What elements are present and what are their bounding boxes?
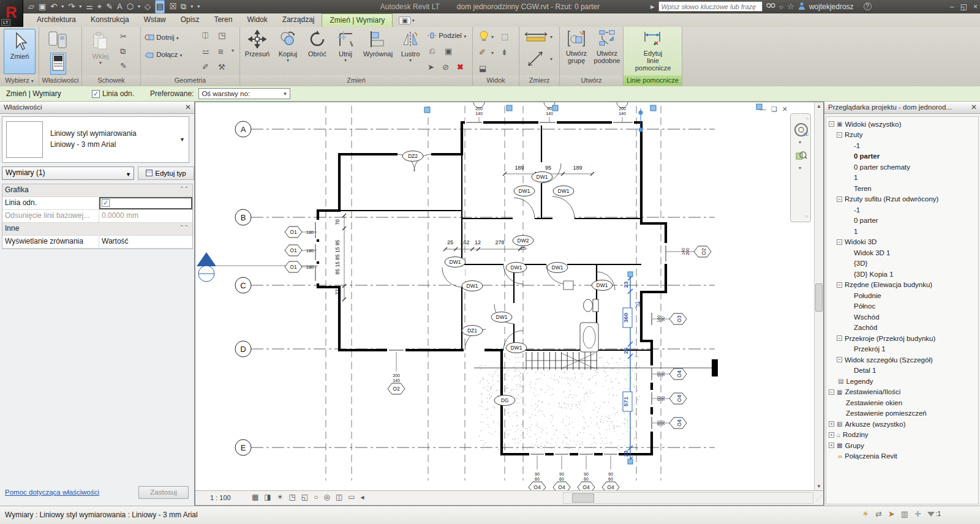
type-selector[interactable]: Liniowy styl wymiarowania Liniowy - 3 mm… — [2, 116, 189, 163]
witness-line-checkbox[interactable]: ✓ — [92, 90, 100, 98]
demolish-hammer-icon[interactable]: ⚒ — [218, 62, 225, 72]
linework-brush-icon[interactable]: ✐ — [479, 48, 486, 57]
edit-type-button[interactable]: Edytuj typ — [138, 167, 194, 180]
tree-item-rodziny[interactable]: +⌂Rodziny — [829, 430, 978, 441]
mirror-button[interactable]: Lustro▾ — [396, 30, 425, 63]
lock-view-icon[interactable]: ◫ — [336, 493, 342, 501]
user-icon[interactable] — [798, 2, 805, 12]
tree-item--3d-kopia-1[interactable]: {3D} Kopia 1 — [829, 269, 978, 280]
grid-bubble-D[interactable]: D — [235, 341, 251, 357]
close-button[interactable]: × — [973, 2, 978, 11]
expand-icon[interactable]: + — [829, 432, 834, 438]
project-browser-header[interactable]: Przeglądarka projektu - dom jednorod... … — [824, 102, 980, 114]
link-geometry-icon[interactable]: ⧈ — [218, 47, 223, 56]
window-tag-o4[interactable]: 9060O4 — [578, 455, 595, 490]
save-icon[interactable]: ▣ — [39, 1, 46, 13]
collapse-icon[interactable]: − — [837, 357, 842, 362]
floor-plan-view[interactable]: ABCDE1899518925162122787085 15 85 15 857… — [195, 102, 814, 490]
hide-isolate-icon[interactable]: ○ — [314, 493, 318, 501]
collapse-icon[interactable]: − — [837, 282, 842, 288]
match-properties-icon[interactable]: ✎ — [120, 61, 127, 70]
door-tag-dw1[interactable]: DW1 — [445, 257, 466, 268]
override-graphics-icon[interactable]: ⬚ — [501, 32, 508, 41]
analytic-icon[interactable]: ▭ — [348, 493, 355, 501]
window-tag-o2[interactable]: 200140O2 — [388, 352, 405, 394]
properties-help-link[interactable]: Pomoc dotycząca właściwości — [5, 488, 99, 496]
help-drop-icon[interactable]: ▾ — [875, 4, 878, 9]
geometry-drop-icon[interactable]: ▾ — [232, 48, 234, 53]
horizontal-scroll-thumb[interactable] — [572, 493, 594, 503]
window-tag-top[interactable]: 200140 — [617, 102, 628, 122]
unpin-icon[interactable]: ⊘ — [442, 62, 449, 72]
tree-item-detal-1[interactable]: Detal 1 — [829, 365, 978, 376]
tree-item-0-parter[interactable]: 0 parter — [829, 215, 978, 226]
horizontal-scrollbar[interactable] — [563, 492, 813, 504]
tree-item-rzędne-elewacja-budynku-[interactable]: −Rzędne (Elewacja budynku) — [829, 280, 978, 291]
visual-style-icon[interactable]: ▦ — [252, 493, 258, 501]
collapse-icon[interactable]: − — [829, 389, 834, 395]
door-tag-dw1[interactable]: DW1 — [592, 280, 612, 291]
panel-label-widok[interactable]: Widok — [473, 75, 519, 86]
search-expand-icon[interactable]: ▸ — [650, 2, 655, 11]
tree-item-arkusze-wszystko-[interactable]: +▧Arkusze (wszystko) — [829, 419, 978, 430]
modify-state-icon[interactable]: ▣ — [399, 17, 410, 24]
vertical-scrollbar[interactable]: ▲ ▼ — [814, 102, 823, 491]
window-tag-o1[interactable]: O1180 — [285, 261, 317, 272]
tree-item--1[interactable]: -1 — [829, 140, 978, 151]
crop-view-icon[interactable]: ◳ — [288, 493, 295, 501]
tree-item-legendy[interactable]: ▤Legendy — [829, 376, 978, 387]
undo-drop-icon[interactable]: ▾ — [61, 1, 64, 13]
properties-icon[interactable] — [48, 31, 70, 54]
window-tag-o4[interactable]: O49060 — [652, 393, 687, 404]
split-button[interactable]: Podziel ▾ — [428, 32, 466, 39]
door-tag-dg[interactable]: DG — [494, 395, 515, 406]
tree-item-zestawienie-pomieszczeń[interactable]: Zestawienie pomieszczeń — [829, 408, 978, 419]
rotate-button[interactable]: Obróć — [303, 30, 332, 58]
steering-wheel-icon[interactable]: 2D — [794, 122, 809, 140]
zoom-icon[interactable] — [795, 149, 807, 164]
tab-widok[interactable]: Widok — [239, 13, 274, 27]
collapse-icon[interactable]: − — [837, 335, 842, 341]
tree-item-zachód[interactable]: Zachód — [829, 323, 978, 334]
tree-item-przekroje-przekrój-budynku-[interactable]: −Przekroje (Przekrój budynku) — [829, 333, 978, 344]
door-tag-dw2[interactable]: DW2-25- — [513, 236, 533, 252]
restore-button[interactable]: ◱ — [960, 2, 967, 11]
open-icon[interactable]: ▱ — [28, 1, 34, 13]
redo-drop-icon[interactable]: ▾ — [79, 1, 81, 13]
delete-icon[interactable]: ✖ — [457, 62, 464, 72]
minimize-button[interactable]: – — [950, 2, 954, 11]
tree-item-widok-3d-1[interactable]: Widok 3D 1 — [829, 247, 978, 258]
displace-icon[interactable]: ⇟ — [501, 48, 508, 57]
tree-item-północ[interactable]: Północ — [829, 301, 978, 312]
copy-button[interactable]: Kopiuj▾ — [273, 30, 303, 63]
view-restore-icon[interactable]: ❏ — [771, 105, 777, 113]
shadows-icon[interactable]: ◨ — [264, 493, 271, 501]
window-tag-o4[interactable]: 9060O4 — [553, 455, 570, 490]
close-hidden-icon[interactable]: ☒ — [169, 1, 176, 13]
drawing-area[interactable]: ABCDE1899518925162122787085 15 85 15 857… — [195, 102, 824, 506]
cut-icon[interactable]: ✂ — [120, 32, 127, 41]
door-tag-dw1[interactable]: DW1 — [506, 343, 527, 353]
help-icon[interactable]: ? — [864, 2, 872, 10]
measure-icon[interactable]: ⚌ — [86, 1, 93, 13]
tag-icon[interactable]: ✎ — [106, 1, 113, 13]
grid-bubble-C[interactable]: C — [235, 277, 251, 293]
modify-state-drop-icon[interactable]: ▾ — [412, 18, 415, 23]
window-tag-o4[interactable]: O49060 — [652, 417, 687, 429]
measure-drop-icon[interactable]: ▾ — [550, 34, 552, 40]
property-row[interactable]: Linia odn.✓ — [2, 197, 192, 210]
pin-icon[interactable]: ➤ — [428, 62, 434, 72]
editable-only-icon[interactable]: ⇄ — [875, 509, 882, 518]
navbar-more-icon[interactable]: ○ — [805, 214, 808, 219]
apply-button[interactable]: Zastosuj — [138, 486, 189, 499]
tree-item-rzuty-sufitu-rzut-odwrócony-[interactable]: −Rzuty sufitu (Rzut odwrócony) — [829, 194, 978, 205]
tree-item-rzuty[interactable]: −Rzuty — [829, 130, 978, 141]
brush-drop-icon[interactable]: ▾ — [491, 50, 494, 56]
modify-button[interactable]: Zmień — [4, 29, 36, 74]
tab-teren[interactable]: Teren — [206, 13, 239, 27]
navbar-close-icon[interactable]: ○ — [805, 116, 809, 121]
tab-wstaw[interactable]: Wstaw — [137, 13, 173, 27]
door-tag-dw1[interactable]: DW1 — [514, 186, 535, 196]
tree-item-1[interactable]: 1 — [829, 173, 978, 184]
panel-label-schowek[interactable]: Schowek — [82, 75, 140, 86]
